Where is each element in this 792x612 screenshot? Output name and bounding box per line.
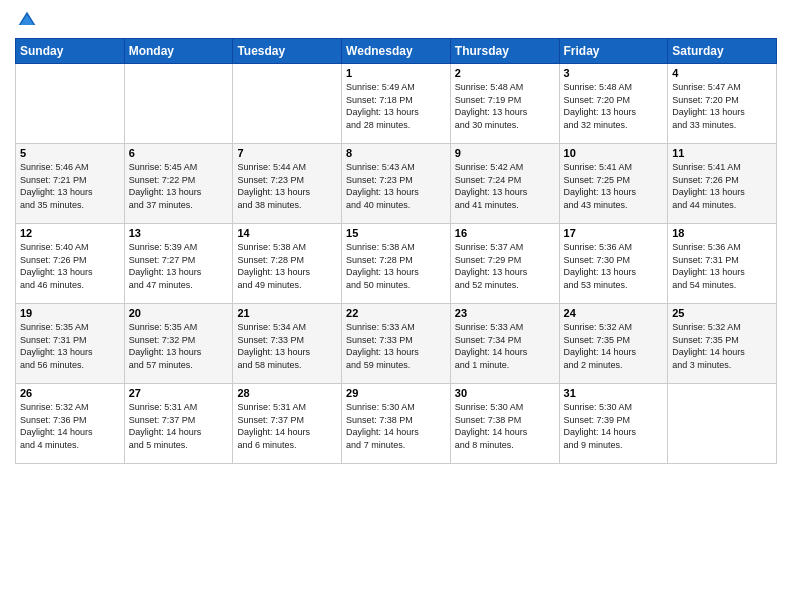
day-number: 19 (20, 307, 120, 319)
weekday-header: Saturday (668, 39, 777, 64)
calendar-cell: 13Sunrise: 5:39 AM Sunset: 7:27 PM Dayli… (124, 224, 233, 304)
calendar-week-row: 26Sunrise: 5:32 AM Sunset: 7:36 PM Dayli… (16, 384, 777, 464)
day-number: 29 (346, 387, 446, 399)
logo (15, 10, 43, 30)
day-number: 15 (346, 227, 446, 239)
day-info: Sunrise: 5:35 AM Sunset: 7:32 PM Dayligh… (129, 321, 229, 371)
day-number: 16 (455, 227, 555, 239)
day-info: Sunrise: 5:30 AM Sunset: 7:38 PM Dayligh… (455, 401, 555, 451)
calendar-cell: 14Sunrise: 5:38 AM Sunset: 7:28 PM Dayli… (233, 224, 342, 304)
calendar-cell (668, 384, 777, 464)
day-number: 25 (672, 307, 772, 319)
day-info: Sunrise: 5:42 AM Sunset: 7:24 PM Dayligh… (455, 161, 555, 211)
header (15, 10, 777, 30)
calendar-cell: 15Sunrise: 5:38 AM Sunset: 7:28 PM Dayli… (342, 224, 451, 304)
day-number: 13 (129, 227, 229, 239)
day-info: Sunrise: 5:35 AM Sunset: 7:31 PM Dayligh… (20, 321, 120, 371)
weekday-header: Friday (559, 39, 668, 64)
calendar-cell: 1Sunrise: 5:49 AM Sunset: 7:18 PM Daylig… (342, 64, 451, 144)
day-number: 11 (672, 147, 772, 159)
day-number: 17 (564, 227, 664, 239)
calendar-cell: 30Sunrise: 5:30 AM Sunset: 7:38 PM Dayli… (450, 384, 559, 464)
day-number: 18 (672, 227, 772, 239)
weekday-header: Wednesday (342, 39, 451, 64)
day-info: Sunrise: 5:34 AM Sunset: 7:33 PM Dayligh… (237, 321, 337, 371)
day-number: 20 (129, 307, 229, 319)
calendar-week-row: 5Sunrise: 5:46 AM Sunset: 7:21 PM Daylig… (16, 144, 777, 224)
day-number: 27 (129, 387, 229, 399)
day-info: Sunrise: 5:32 AM Sunset: 7:36 PM Dayligh… (20, 401, 120, 451)
day-number: 3 (564, 67, 664, 79)
day-info: Sunrise: 5:44 AM Sunset: 7:23 PM Dayligh… (237, 161, 337, 211)
calendar-cell: 28Sunrise: 5:31 AM Sunset: 7:37 PM Dayli… (233, 384, 342, 464)
calendar-cell: 29Sunrise: 5:30 AM Sunset: 7:38 PM Dayli… (342, 384, 451, 464)
day-info: Sunrise: 5:33 AM Sunset: 7:34 PM Dayligh… (455, 321, 555, 371)
calendar-cell (233, 64, 342, 144)
day-info: Sunrise: 5:48 AM Sunset: 7:20 PM Dayligh… (564, 81, 664, 131)
calendar-cell: 31Sunrise: 5:30 AM Sunset: 7:39 PM Dayli… (559, 384, 668, 464)
calendar-cell: 7Sunrise: 5:44 AM Sunset: 7:23 PM Daylig… (233, 144, 342, 224)
calendar-cell: 6Sunrise: 5:45 AM Sunset: 7:22 PM Daylig… (124, 144, 233, 224)
day-info: Sunrise: 5:47 AM Sunset: 7:20 PM Dayligh… (672, 81, 772, 131)
weekday-header: Monday (124, 39, 233, 64)
calendar-cell: 17Sunrise: 5:36 AM Sunset: 7:30 PM Dayli… (559, 224, 668, 304)
day-number: 26 (20, 387, 120, 399)
calendar-cell: 5Sunrise: 5:46 AM Sunset: 7:21 PM Daylig… (16, 144, 125, 224)
calendar-cell: 2Sunrise: 5:48 AM Sunset: 7:19 PM Daylig… (450, 64, 559, 144)
day-info: Sunrise: 5:48 AM Sunset: 7:19 PM Dayligh… (455, 81, 555, 131)
day-info: Sunrise: 5:41 AM Sunset: 7:25 PM Dayligh… (564, 161, 664, 211)
calendar-header-row: SundayMondayTuesdayWednesdayThursdayFrid… (16, 39, 777, 64)
calendar-body: 1Sunrise: 5:49 AM Sunset: 7:18 PM Daylig… (16, 64, 777, 464)
calendar-cell: 4Sunrise: 5:47 AM Sunset: 7:20 PM Daylig… (668, 64, 777, 144)
calendar-cell: 10Sunrise: 5:41 AM Sunset: 7:25 PM Dayli… (559, 144, 668, 224)
day-number: 2 (455, 67, 555, 79)
calendar-cell: 16Sunrise: 5:37 AM Sunset: 7:29 PM Dayli… (450, 224, 559, 304)
calendar-week-row: 19Sunrise: 5:35 AM Sunset: 7:31 PM Dayli… (16, 304, 777, 384)
day-number: 9 (455, 147, 555, 159)
day-info: Sunrise: 5:41 AM Sunset: 7:26 PM Dayligh… (672, 161, 772, 211)
day-number: 5 (20, 147, 120, 159)
day-info: Sunrise: 5:43 AM Sunset: 7:23 PM Dayligh… (346, 161, 446, 211)
day-number: 21 (237, 307, 337, 319)
day-info: Sunrise: 5:46 AM Sunset: 7:21 PM Dayligh… (20, 161, 120, 211)
weekday-header: Sunday (16, 39, 125, 64)
day-info: Sunrise: 5:31 AM Sunset: 7:37 PM Dayligh… (237, 401, 337, 451)
calendar-cell: 23Sunrise: 5:33 AM Sunset: 7:34 PM Dayli… (450, 304, 559, 384)
calendar-cell: 22Sunrise: 5:33 AM Sunset: 7:33 PM Dayli… (342, 304, 451, 384)
calendar-cell: 25Sunrise: 5:32 AM Sunset: 7:35 PM Dayli… (668, 304, 777, 384)
calendar: SundayMondayTuesdayWednesdayThursdayFrid… (15, 38, 777, 464)
calendar-cell: 27Sunrise: 5:31 AM Sunset: 7:37 PM Dayli… (124, 384, 233, 464)
logo-icon (17, 10, 37, 30)
weekday-header: Tuesday (233, 39, 342, 64)
day-info: Sunrise: 5:31 AM Sunset: 7:37 PM Dayligh… (129, 401, 229, 451)
day-info: Sunrise: 5:36 AM Sunset: 7:31 PM Dayligh… (672, 241, 772, 291)
calendar-cell: 11Sunrise: 5:41 AM Sunset: 7:26 PM Dayli… (668, 144, 777, 224)
day-info: Sunrise: 5:36 AM Sunset: 7:30 PM Dayligh… (564, 241, 664, 291)
day-number: 12 (20, 227, 120, 239)
calendar-cell: 26Sunrise: 5:32 AM Sunset: 7:36 PM Dayli… (16, 384, 125, 464)
calendar-week-row: 12Sunrise: 5:40 AM Sunset: 7:26 PM Dayli… (16, 224, 777, 304)
day-number: 24 (564, 307, 664, 319)
calendar-cell (16, 64, 125, 144)
day-info: Sunrise: 5:32 AM Sunset: 7:35 PM Dayligh… (564, 321, 664, 371)
day-number: 23 (455, 307, 555, 319)
day-info: Sunrise: 5:33 AM Sunset: 7:33 PM Dayligh… (346, 321, 446, 371)
day-number: 14 (237, 227, 337, 239)
day-number: 8 (346, 147, 446, 159)
calendar-cell: 18Sunrise: 5:36 AM Sunset: 7:31 PM Dayli… (668, 224, 777, 304)
calendar-cell: 3Sunrise: 5:48 AM Sunset: 7:20 PM Daylig… (559, 64, 668, 144)
day-number: 22 (346, 307, 446, 319)
calendar-cell: 9Sunrise: 5:42 AM Sunset: 7:24 PM Daylig… (450, 144, 559, 224)
day-number: 7 (237, 147, 337, 159)
day-number: 6 (129, 147, 229, 159)
calendar-cell: 8Sunrise: 5:43 AM Sunset: 7:23 PM Daylig… (342, 144, 451, 224)
day-info: Sunrise: 5:32 AM Sunset: 7:35 PM Dayligh… (672, 321, 772, 371)
page: SundayMondayTuesdayWednesdayThursdayFrid… (0, 0, 792, 612)
weekday-header: Thursday (450, 39, 559, 64)
day-number: 30 (455, 387, 555, 399)
calendar-cell: 12Sunrise: 5:40 AM Sunset: 7:26 PM Dayli… (16, 224, 125, 304)
calendar-cell: 20Sunrise: 5:35 AM Sunset: 7:32 PM Dayli… (124, 304, 233, 384)
day-info: Sunrise: 5:39 AM Sunset: 7:27 PM Dayligh… (129, 241, 229, 291)
day-info: Sunrise: 5:30 AM Sunset: 7:39 PM Dayligh… (564, 401, 664, 451)
day-info: Sunrise: 5:37 AM Sunset: 7:29 PM Dayligh… (455, 241, 555, 291)
